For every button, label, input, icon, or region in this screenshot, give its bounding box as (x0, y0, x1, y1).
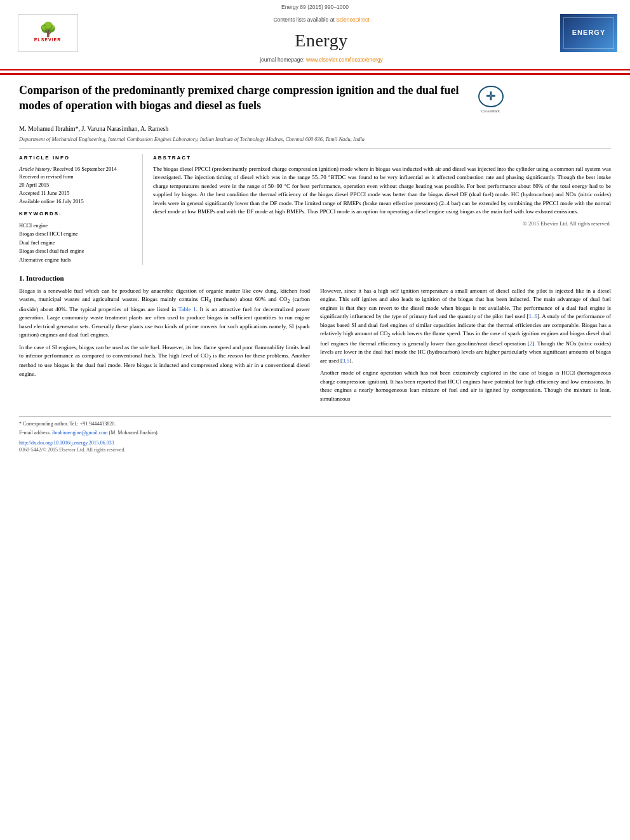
keyword-4: Biogas diesel dual fuel engine (19, 247, 136, 256)
article-title: Comparison of the predominantly premixed… (19, 83, 476, 114)
journal-header: Energy 89 (2015) 990–1000 🌳 ELSEVIER Con… (0, 0, 630, 70)
elsevier-logo-area: 🌳 ELSEVIER (13, 14, 83, 55)
intro-section: 1. Introduction Biogas is a renewable fu… (19, 274, 611, 407)
revised-label: Received in revised form (19, 173, 74, 180)
authors-text: M. Mohamed Ibrahim*, J. Varuna Narasimha… (19, 125, 168, 132)
authors: M. Mohamed Ibrahim*, J. Varuna Narasimha… (19, 124, 611, 133)
citation-bar: Energy 89 (2015) 990–1000 (13, 4, 617, 11)
energy-logo-right: ENERGY (560, 14, 617, 52)
email-label: E-mail address: (19, 430, 51, 436)
email-link[interactable]: ibrahimengine@gmail.com (52, 430, 108, 436)
intro-title: Introduction (26, 274, 64, 282)
received-date: Received 16 September 2014 (53, 166, 117, 172)
abstract-text: The biogas diesel PPCCI (predominantly p… (153, 165, 611, 217)
affiliation: Department of Mechanical Engineering, In… (19, 136, 611, 143)
journal-homepage: journal homepage: www.elsevier.com/locat… (260, 57, 383, 64)
contents-text: Contents lists available at (273, 17, 334, 23)
email-footnote: E-mail address: ibrahimengine@gmail.com … (19, 429, 611, 437)
keyword-2: Biogas diesel HCCI engine (19, 230, 136, 239)
article-columns: ARTICLE INFO Article history: Received 1… (19, 149, 611, 265)
revised-date: 20 April 2015 (19, 182, 49, 188)
homepage-link[interactable]: www.elsevier.com/locate/energy (306, 57, 383, 63)
intro-left-para-2: In the case of SI engines, biogas can be… (19, 343, 310, 379)
crossmark-area: ✛ CrossMark (476, 86, 505, 114)
ref1-6-link[interactable]: 1–6 (529, 313, 538, 319)
elsevier-logo-box: 🌳 ELSEVIER (18, 14, 78, 52)
homepage-label: journal homepage: (260, 57, 304, 63)
intro-right-para-2: Another mode of engine operation which h… (320, 369, 611, 403)
crossmark-label: CrossMark (481, 109, 500, 114)
reason-word: reason (227, 352, 243, 359)
accepted-date: Accepted 11 June 2015 (19, 190, 69, 196)
contents-line: Contents lists available at ScienceDirec… (273, 17, 369, 24)
issn-text: 0360-5442/© 2015 Elsevier Ltd. All right… (19, 446, 611, 453)
title-area: Comparison of the predominantly premixed… (19, 83, 611, 120)
intro-body: Biogas is a renewable fuel which can be … (19, 287, 611, 407)
doi-anchor[interactable]: http://dx.doi.org/10.1016/j.energy.2015.… (19, 440, 114, 446)
copyright: © 2015 Elsevier Ltd. All rights reserved… (153, 220, 611, 228)
table1-link[interactable]: Table 1 (178, 306, 196, 312)
page: Energy 89 (2015) 990–1000 🌳 ELSEVIER Con… (0, 0, 630, 840)
energy-logo-text: ENERGY (572, 28, 605, 37)
elsevier-tree-icon: 🌳 (39, 23, 57, 37)
ref2-link[interactable]: 2 (530, 340, 533, 347)
main-content: Comparison of the predominantly premixed… (0, 75, 630, 462)
article-info-label: ARTICLE INFO (19, 154, 136, 161)
intro-right-para-1: However, since it has a high self igniti… (320, 287, 611, 365)
keywords-label: Keywords: (19, 210, 136, 217)
footer-area: * Corresponding author. Tel.: +91 944443… (19, 416, 611, 453)
doi-link[interactable]: http://dx.doi.org/10.1016/j.energy.2015.… (19, 439, 611, 446)
intro-number: 1. (19, 274, 24, 282)
abstract-label: ABSTRACT (153, 154, 611, 161)
corresponding-note: * Corresponding author. Tel.: +91 944443… (19, 420, 611, 428)
intro-left-col: Biogas is a renewable fuel which can be … (19, 287, 310, 407)
intro-header: 1. Introduction (19, 274, 611, 283)
keyword-1: HCCI engine (19, 222, 136, 230)
article-info-col: ARTICLE INFO Article history: Received 1… (19, 154, 143, 265)
science-direct-link[interactable]: ScienceDirect (336, 17, 369, 23)
journal-top-bar: 🌳 ELSEVIER Contents lists available at S… (13, 14, 617, 67)
keyword-3: Dual fuel engine (19, 239, 136, 248)
journal-name: Energy (295, 28, 347, 53)
crossmark-symbol: ✛ (486, 89, 495, 105)
keywords-section: Keywords: HCCI engine Biogas diesel HCCI… (19, 210, 136, 264)
email-name: (M. Mohamed Ibrahim). (109, 430, 159, 436)
article-history: Article history: Received 16 September 2… (19, 165, 136, 206)
abstract-col: ABSTRACT The biogas diesel PPCCI (predom… (153, 154, 611, 265)
citation-text: Energy 89 (2015) 990–1000 (281, 4, 349, 10)
intro-left-para-1: Biogas is a renewable fuel which can be … (19, 287, 310, 340)
ref3-5-link[interactable]: 3,5 (342, 357, 349, 364)
elsevier-label: ELSEVIER (34, 37, 62, 43)
crossmark-icon[interactable]: ✛ (478, 86, 504, 108)
available-date: Available online 16 July 2015 (19, 198, 84, 204)
journal-center: Contents lists available at ScienceDirec… (83, 14, 560, 67)
corresponding-text: * Corresponding author. Tel.: +91 944443… (19, 421, 116, 427)
history-label: Article history: (19, 166, 52, 172)
keyword-5: Alternative engine fuels (19, 256, 136, 265)
intro-right-col: However, since it has a high self igniti… (320, 287, 611, 407)
